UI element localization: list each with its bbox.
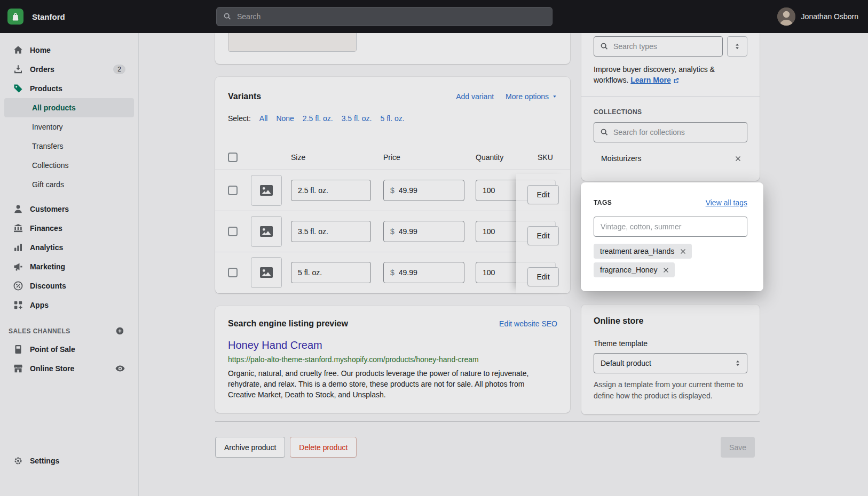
global-search-input[interactable] (237, 12, 546, 21)
product-image-thumbnail[interactable] (228, 33, 357, 52)
search-icon (599, 42, 609, 51)
tags-input-field[interactable] (594, 217, 747, 237)
sidebar-item-settings[interactable]: Settings (4, 451, 134, 470)
select-all-link[interactable]: All (259, 114, 268, 123)
size-input[interactable] (291, 262, 371, 283)
price-field: $ (383, 180, 464, 201)
type-stepper-button[interactable] (727, 36, 747, 57)
sidebar-item-online-store[interactable]: Online Store (4, 359, 134, 378)
product-photo (228, 33, 356, 51)
variants-table-header: Size Price Quantity SKU (215, 145, 570, 170)
edit-website-seo-link[interactable]: Edit website SEO (499, 319, 557, 328)
home-icon (13, 45, 23, 55)
sidebar-item-gift-cards[interactable]: Gift cards (4, 175, 134, 194)
select-label: Select: (228, 114, 251, 123)
delete-product-button[interactable]: Delete product (290, 437, 357, 458)
sidebar-item-transfers[interactable]: Transfers (4, 137, 134, 156)
price-input[interactable] (399, 268, 457, 277)
learn-more-link[interactable]: Learn More (630, 76, 670, 84)
price-field: $ (383, 221, 464, 242)
sidebar-item-orders[interactable]: Orders 2 (4, 60, 134, 79)
variant-image-button[interactable] (251, 175, 282, 206)
sidebar-item-label: Orders (30, 65, 54, 74)
view-all-tags-link[interactable]: View all tags (706, 198, 747, 207)
sidebar-item-point-of-sale[interactable]: Point of Sale (4, 340, 134, 359)
sidebar-item-customers[interactable]: Customers (4, 199, 134, 219)
add-variant-link[interactable]: Add variant (456, 92, 494, 101)
sidebar-item-home[interactable]: Home (4, 41, 134, 60)
sidebar-item-label: Gift cards (32, 180, 64, 189)
marketing-icon (13, 261, 23, 272)
shopify-logo-icon[interactable] (7, 9, 23, 25)
collections-search-input[interactable] (613, 128, 741, 137)
user-menu[interactable]: Jonathan Osborn (777, 0, 858, 33)
seo-page-description: Organic, natural, and cruelty free. Our … (228, 368, 553, 400)
remove-collection-icon[interactable] (734, 155, 742, 163)
image-placeholder-icon (258, 265, 274, 281)
sidebar-item-apps[interactable]: Apps (4, 295, 134, 315)
select-variant-link[interactable]: 5 fl. oz. (380, 114, 404, 123)
global-search[interactable] (216, 7, 553, 26)
seo-card-title: Search engine listing preview (228, 319, 348, 329)
select-variant-link[interactable]: 2.5 fl. oz. (303, 114, 333, 123)
orders-icon (13, 64, 23, 75)
sticky-edit-column: Edit Edit Edit (516, 174, 570, 293)
tags-panel: TAGS View all tags treatment area_Hands (581, 182, 763, 291)
row-checkbox[interactable] (228, 186, 238, 195)
updown-stepper-icon (733, 42, 741, 51)
tag-chip-list: treatment area_Hands fragrance_Honey (594, 244, 747, 277)
collections-heading: COLLECTIONS (594, 108, 747, 116)
sidebar-item-finances[interactable]: Finances (4, 219, 134, 238)
sidebar-item-label: Customers (30, 205, 69, 213)
select-variant-link[interactable]: 3.5 fl. oz. (342, 114, 372, 123)
select-none-link[interactable]: None (276, 114, 294, 123)
row-checkbox[interactable] (228, 227, 238, 236)
tags-input[interactable] (601, 222, 741, 231)
price-input[interactable] (399, 186, 457, 195)
products-icon (13, 83, 23, 94)
sidebar-item-products[interactable]: Products (4, 79, 134, 98)
tag-chip: fragrance_Honey (594, 262, 675, 277)
tag-chip: treatment area_Hands (594, 244, 692, 259)
image-placeholder-icon (258, 223, 274, 239)
price-input[interactable] (399, 227, 457, 236)
external-link-icon (673, 77, 680, 84)
variant-image-button[interactable] (251, 257, 282, 288)
column-header-sku: SKU (538, 153, 553, 162)
sidebar-item-inventory[interactable]: Inventory (4, 117, 134, 137)
edit-variant-button[interactable]: Edit (527, 226, 558, 245)
size-input[interactable] (291, 180, 371, 201)
variant-image-button[interactable] (251, 216, 282, 247)
sidebar-item-label: Marketing (30, 262, 65, 271)
currency-prefix: $ (390, 227, 394, 236)
archive-product-button[interactable]: Archive product (215, 437, 285, 458)
save-button[interactable]: Save (721, 437, 755, 458)
selected-template-value: Default product (601, 359, 651, 367)
row-checkbox[interactable] (228, 268, 238, 277)
theme-template-select[interactable]: Default product (594, 353, 747, 373)
sidebar-item-marketing[interactable]: Marketing (4, 257, 134, 276)
size-input[interactable] (291, 221, 371, 242)
remove-tag-icon[interactable] (662, 266, 670, 274)
select-all-checkbox[interactable] (228, 153, 238, 162)
seo-page-title[interactable]: Honey Hand Cream (228, 339, 557, 351)
add-channel-icon[interactable] (115, 326, 124, 335)
edit-variant-button[interactable]: Edit (527, 267, 558, 286)
column-header-size: Size (291, 153, 383, 162)
store-switcher[interactable]: Stanford (7, 0, 65, 33)
product-type-search-field[interactable] (594, 36, 723, 57)
sidebar-item-analytics[interactable]: Analytics (4, 238, 134, 257)
currency-prefix: $ (390, 268, 394, 277)
sidebar-item-discounts[interactable]: Discounts (4, 276, 134, 295)
remove-tag-icon[interactable] (679, 247, 687, 255)
product-type-search-input[interactable] (613, 42, 717, 51)
edit-variant-button[interactable]: Edit (527, 185, 558, 204)
sidebar-item-label: Point of Sale (30, 345, 75, 354)
collection-name: Moisturizers (601, 154, 641, 163)
sidebar-item-all-products[interactable]: All products (4, 98, 134, 117)
sidebar-item-label: Apps (30, 301, 49, 309)
more-options-link[interactable]: More options (506, 92, 557, 101)
view-store-eye-icon[interactable] (115, 363, 125, 374)
sidebar-item-collections[interactable]: Collections (4, 156, 134, 175)
collections-search-field[interactable] (594, 122, 747, 142)
